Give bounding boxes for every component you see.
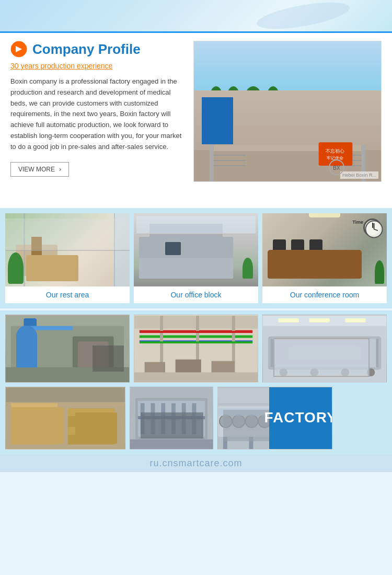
svg-rect-72 xyxy=(182,403,186,434)
svg-rect-26 xyxy=(78,341,109,367)
svg-rect-70 xyxy=(161,403,165,434)
svg-rect-30 xyxy=(140,330,252,333)
watermark: ru.cnsmartcare.com xyxy=(0,455,392,472)
chair-1 xyxy=(273,239,286,250)
svg-rect-56 xyxy=(11,403,57,411)
svg-rect-55 xyxy=(11,403,57,444)
svg-point-80 xyxy=(246,415,258,428)
svg-rect-4 xyxy=(210,145,214,181)
view-more-arrow: › xyxy=(59,166,61,173)
svg-point-50 xyxy=(310,368,318,376)
arrow-circle-icon xyxy=(10,41,27,58)
factory-product-svg xyxy=(263,315,386,383)
time-text: Time xyxy=(352,220,363,225)
factory-bottom-photo-1 xyxy=(5,387,125,450)
rest-area-label-text: Our rest area xyxy=(46,291,89,299)
office-item-rest: Our rest area xyxy=(5,213,130,303)
office-grid: Our rest area Our office block xyxy=(5,213,387,303)
svg-point-51 xyxy=(341,368,349,376)
plant-decoration xyxy=(8,252,24,284)
svg-text:BX: BX xyxy=(333,165,340,171)
company-description: Boxin company is a professional factory … xyxy=(10,76,183,153)
experience-link[interactable]: 30 years production experience xyxy=(10,62,183,70)
svg-rect-59 xyxy=(11,431,57,439)
svg-rect-44 xyxy=(345,318,365,323)
svg-rect-73 xyxy=(192,403,197,434)
svg-rect-45 xyxy=(268,336,381,370)
factory-photo-3 xyxy=(262,315,387,383)
bx-logo: BX xyxy=(329,159,344,177)
column xyxy=(24,213,25,286)
conference-room-label-text: Our conference room xyxy=(290,291,359,299)
conference-room-label: Our conference room xyxy=(262,286,387,303)
factory-top-row xyxy=(5,315,387,383)
factory-machine-svg xyxy=(6,315,129,383)
svg-rect-63 xyxy=(68,427,114,435)
desk xyxy=(26,255,78,281)
factory-bottom-row: FACTORY xyxy=(5,387,387,450)
company-header: Company Profile xyxy=(10,41,183,58)
svg-rect-27 xyxy=(6,367,129,383)
svg-rect-57 xyxy=(11,412,57,420)
glass-partition xyxy=(114,213,130,286)
factory-photo-2 xyxy=(134,315,258,383)
window xyxy=(136,216,256,234)
svg-rect-61 xyxy=(68,408,114,416)
svg-rect-60 xyxy=(68,408,114,444)
rest-area-photo xyxy=(5,213,130,286)
svg-rect-83 xyxy=(223,437,227,450)
svg-point-79 xyxy=(233,415,245,428)
svg-point-78 xyxy=(220,415,232,428)
ceiling-light xyxy=(309,213,340,217)
company-section-bottom xyxy=(0,192,392,208)
svg-text:不忘初心: 不忘初心 xyxy=(326,148,344,154)
svg-rect-42 xyxy=(279,318,299,323)
monitor xyxy=(165,242,181,255)
factory-entrance-image: 不忘初心 牢记使命 Hebei Boxin R... BX xyxy=(193,41,382,182)
metal-frame-svg xyxy=(130,387,213,450)
chair xyxy=(31,237,42,255)
svg-rect-47 xyxy=(271,339,273,367)
factory-sign-blue xyxy=(202,97,233,144)
factory-bottom-photo-2 xyxy=(130,387,213,450)
factory-photo-1 xyxy=(5,315,130,383)
factory-label-text: FACTORY xyxy=(264,409,332,426)
factory-interior-svg xyxy=(134,315,258,383)
svg-rect-43 xyxy=(309,318,330,323)
svg-rect-74 xyxy=(138,416,205,419)
company-left-column: Company Profile 30 years production expe… xyxy=(10,41,183,182)
office-desks xyxy=(139,258,233,279)
svg-rect-64 xyxy=(6,388,125,402)
svg-rect-75 xyxy=(130,440,213,450)
company-profile-section: Company Profile 30 years production expe… xyxy=(0,31,392,208)
top-decorative-bar xyxy=(0,0,392,31)
svg-rect-62 xyxy=(68,418,114,426)
office-desks-2 xyxy=(139,237,233,258)
conference-room-photo: Time xyxy=(262,213,387,286)
factory-section: FACTORY xyxy=(0,310,392,455)
office-block-label: Our office block xyxy=(134,286,258,303)
factory-label-overlay: FACTORY xyxy=(269,387,332,449)
wood-materials-svg xyxy=(6,387,125,450)
svg-rect-32 xyxy=(140,340,252,343)
office-section: Our rest area Our office block xyxy=(0,208,392,308)
svg-point-52 xyxy=(367,368,375,376)
plant-office xyxy=(243,258,253,279)
company-right-column: 不忘初心 牢记使命 Hebei Boxin R... BX xyxy=(193,41,382,182)
factory-bottom-photo-3: FACTORY xyxy=(217,387,332,450)
watermark-text: ru.cnsmartcare.com xyxy=(149,458,242,468)
chair-3 xyxy=(309,239,322,250)
view-more-label: VIEW MORE xyxy=(18,166,55,173)
view-more-button[interactable]: VIEW MORE › xyxy=(10,162,69,177)
office-item-conference: Time Our conference room xyxy=(262,213,387,303)
svg-rect-71 xyxy=(171,403,176,434)
svg-rect-48 xyxy=(376,339,378,367)
office-item-office: Our office block xyxy=(134,213,258,303)
conference-table xyxy=(268,250,362,279)
clock-decoration xyxy=(363,218,382,237)
svg-rect-46 xyxy=(271,339,379,367)
chair-2 xyxy=(291,239,304,250)
company-title: Company Profile xyxy=(32,41,141,58)
svg-rect-39 xyxy=(134,372,258,383)
office-block-label-text: Our office block xyxy=(170,291,221,299)
